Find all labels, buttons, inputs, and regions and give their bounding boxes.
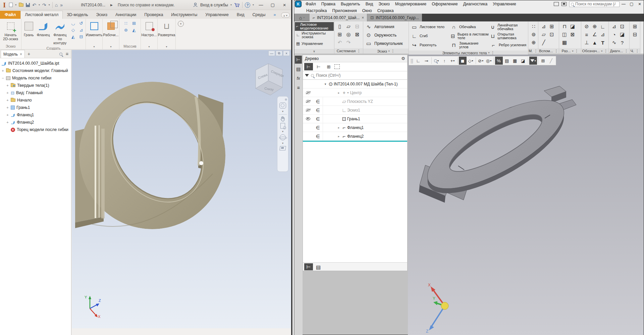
kompas-minimize-button[interactable]: — xyxy=(620,2,628,6)
mode-sheet-metal[interactable]: ⌐ Листовое моделирование xyxy=(295,22,334,31)
tab-file[interactable]: Файл xyxy=(0,11,20,19)
menu-modeling[interactable]: Моделирование xyxy=(392,2,429,6)
eye-off-icon[interactable] xyxy=(306,91,310,94)
command-search-input[interactable] xyxy=(575,2,615,6)
redo-icon[interactable]: ↷ xyxy=(344,39,353,47)
bend-button[interactable]: ∟Сгиб xyxy=(410,31,449,41)
tree-item-model-states[interactable]: + Состояния модели: Главный xyxy=(1,67,71,74)
inventor-logo-icon[interactable]: I xyxy=(2,1,7,9)
redo-caret-icon[interactable]: ▾ xyxy=(49,3,50,6)
tree-search[interactable] xyxy=(303,71,407,80)
save-icon[interactable] xyxy=(26,3,30,7)
menu-diagnostics[interactable]: Диагностика xyxy=(461,2,490,6)
doc-tab-shaiba[interactable]: ⌐ INT2014.00.007_Шай... × xyxy=(310,14,367,21)
hide-objects-icon[interactable]: ⊘▾ xyxy=(477,57,485,65)
tab-view[interactable]: Вид xyxy=(233,11,249,19)
expand-icon[interactable]: ▸ xyxy=(336,91,341,94)
check-surf-icon[interactable]: ◪ xyxy=(618,30,626,39)
tree-item-solid-bodies[interactable]: + Твердые тела(1) xyxy=(6,82,71,89)
save-as-icon[interactable]: ⊠ xyxy=(353,30,361,39)
aux-axis-icon[interactable]: ⊿ xyxy=(540,22,548,30)
view-cube[interactable]: Слева Спереди Снизу xyxy=(253,59,286,98)
derive-icon[interactable]: ⊿ xyxy=(77,26,85,33)
kompas-maximize-button[interactable]: ▢ xyxy=(628,2,636,6)
look-at-icon[interactable] xyxy=(279,146,286,150)
face-button[interactable]: Грань xyxy=(22,20,35,37)
group-caret-icon[interactable]: ▾ xyxy=(601,50,602,53)
close-button[interactable]: × xyxy=(280,2,289,8)
placement-icon[interactable]: ⊸ xyxy=(423,57,430,65)
work-group-caret-icon[interactable]: ▾ xyxy=(110,45,111,48)
menu-window[interactable]: Окно xyxy=(360,8,375,13)
menu-sketch[interactable]: Эскиз xyxy=(376,2,392,6)
tree-row-flange1[interactable]: ∈ ▸ ⌐ Фланец1 xyxy=(303,123,407,132)
modes-collapse-icon[interactable]: ∨ xyxy=(313,50,315,53)
navbar-close-icon[interactable]: ⊗ xyxy=(284,98,287,101)
menu-view[interactable]: Вид xyxy=(363,2,376,6)
expand-icon[interactable]: ▸ xyxy=(336,135,341,138)
report-icon[interactable]: ⊟ xyxy=(631,30,639,39)
tree-root-row[interactable]: ▾ ⊙ INT2014.00.007 МД Шайба (Тел-1) xyxy=(303,80,407,88)
tree-search-input[interactable] xyxy=(316,73,390,78)
open-stamp-button[interactable]: ⊔Открытая штамповка xyxy=(489,31,528,41)
eyedropper-icon[interactable]: ╱ xyxy=(547,57,555,65)
zoom-tool-icon[interactable]: ▾ xyxy=(433,57,440,65)
tree-panel-icon[interactable]: ⊢ xyxy=(295,56,302,64)
roll-icon[interactable]: ◇ xyxy=(69,26,77,33)
browser-tab-model[interactable]: Модель × xyxy=(1,50,25,58)
break-view-icon[interactable]: ◪ xyxy=(569,22,577,30)
hem-icon[interactable]: ◡ xyxy=(69,20,77,26)
undo-icon[interactable]: ↶ xyxy=(32,2,36,8)
dim-linear-icon[interactable]: ≡ xyxy=(583,30,591,39)
measure-dist-icon[interactable]: ⊿ xyxy=(610,22,618,30)
inventor-viewport[interactable]: Слева Спереди Снизу ⊗ ▾ ▾ ▾ — ⧉ xyxy=(72,50,291,328)
group-handle-icon[interactable]: ⋮ xyxy=(575,49,579,53)
tab-environments[interactable]: Среды xyxy=(248,11,269,19)
store-cart-icon[interactable] xyxy=(234,3,240,7)
doc-close-icon[interactable]: × xyxy=(362,15,364,20)
tab-tools[interactable]: Инструменты xyxy=(167,11,201,19)
signin-label[interactable]: Вход в службы xyxy=(200,3,228,7)
tab-3d-model[interactable]: 3D-модель xyxy=(63,11,92,19)
measure-icon[interactable]: ⊞ xyxy=(539,57,547,65)
bend-icon[interactable]: ↺ xyxy=(77,20,85,26)
signin-caret-icon[interactable]: ▾ xyxy=(230,3,232,6)
dim-radial-icon[interactable]: ⊕ xyxy=(591,22,599,30)
rect-pattern-icon[interactable]: ∷ xyxy=(122,20,130,26)
zoom-all-icon[interactable] xyxy=(280,123,285,129)
expand-icon[interactable]: ▸ xyxy=(336,126,341,129)
zone-icon[interactable]: ⊠ xyxy=(569,30,577,39)
tree-select-region-icon[interactable] xyxy=(334,64,340,69)
tree-item-end-of-folded[interactable]: × Торец модели после гибки xyxy=(6,126,71,133)
dim-angle-icon[interactable]: ∠ xyxy=(591,30,599,39)
toolbar-drag-icon[interactable]: ⣿ xyxy=(410,57,414,65)
leader-icon[interactable]: ∟ xyxy=(599,22,607,30)
tab-inspect[interactable]: Проверка xyxy=(140,11,167,19)
tree-row-center[interactable]: ▸ ⌖ ● Центр xyxy=(303,88,407,97)
what-is-icon[interactable]: ? xyxy=(618,39,626,47)
settings-button[interactable]: Настро... xyxy=(142,20,157,37)
new-file-caret-icon[interactable]: ▾ xyxy=(15,3,16,6)
group-handle-icon[interactable]: ⋮ xyxy=(357,49,361,53)
variables-panel-icon[interactable]: fx xyxy=(295,74,302,82)
kompas-viewport[interactable]: ⣿ ∟ ⊸ ▾ ↑ +▾ ◼ ◇▾ ⊘▾ ◎▾ % ▤ ▦ ◪ ▾ ⊞ ╱ xyxy=(408,55,644,335)
tree-settings-icon[interactable]: ⚙ xyxy=(401,56,405,61)
ribbon-options-icon[interactable]: ▾ xyxy=(178,21,184,27)
help-caret-icon[interactable]: ▾ xyxy=(253,3,254,6)
modify-group-caret-icon[interactable]: ▾ xyxy=(93,45,95,48)
group-caret-icon[interactable]: ▾ xyxy=(572,50,574,53)
contour-flange-button[interactable]: Фланец по контуру xyxy=(51,20,69,45)
browser-tab-close-icon[interactable]: × xyxy=(20,52,22,57)
open-doc-icon[interactable]: ▱ xyxy=(344,22,353,30)
tree-item-flange1[interactable]: + Фланец1 xyxy=(6,111,71,119)
flange-button[interactable]: Фланец xyxy=(36,20,50,37)
tab-sheet-metal[interactable]: Листовой металл xyxy=(20,11,63,19)
tree-row-sketch1[interactable]: ∈ ∟ Эскиз1 xyxy=(303,106,407,115)
minimize-button[interactable]: — xyxy=(256,2,266,7)
home-tab[interactable]: ⌂ ▾ xyxy=(294,14,310,21)
ribbon-collapse-button[interactable]: ▴ ▾ xyxy=(281,12,289,18)
circ-pattern-icon[interactable]: ⊚ xyxy=(122,26,130,33)
flat-group-caret-icon[interactable]: ▾ xyxy=(166,45,167,48)
mode-sketch-tools[interactable]: ∟ Инструменты эскиза xyxy=(295,31,334,40)
aux-line-icon[interactable]: ╱ xyxy=(540,39,548,47)
